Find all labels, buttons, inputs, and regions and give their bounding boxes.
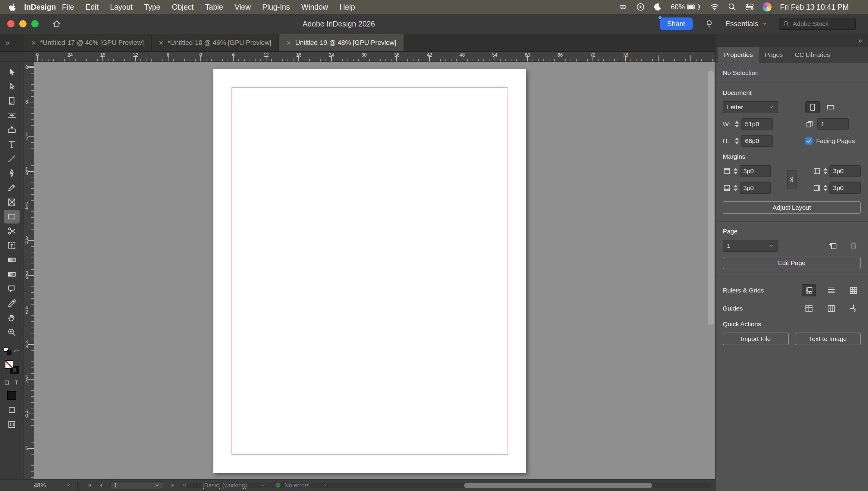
- screen-mode-button[interactable]: [7, 405, 16, 414]
- page-select[interactable]: 1: [723, 240, 778, 252]
- window-close-button[interactable]: [7, 20, 15, 27]
- gap-tool[interactable]: [4, 109, 20, 122]
- content-collector-tool[interactable]: [4, 123, 20, 137]
- orientation-portrait-button[interactable]: [805, 101, 820, 113]
- hand-tool[interactable]: [4, 311, 20, 325]
- import-file-button[interactable]: Import File: [723, 333, 789, 345]
- smart-guides-button[interactable]: [846, 302, 861, 315]
- margin-inside-field[interactable]: [830, 165, 861, 177]
- panel-tab-properties[interactable]: Properties: [718, 47, 759, 63]
- height-stepper[interactable]: [734, 138, 739, 144]
- free-transform-tool[interactable]: [4, 238, 20, 253]
- tab-close-icon[interactable]: ×: [286, 39, 291, 47]
- menu-item-type[interactable]: Type: [144, 3, 160, 11]
- home-icon[interactable]: [52, 19, 61, 29]
- creative-cloud-icon[interactable]: [618, 2, 627, 11]
- note-tool[interactable]: [4, 282, 20, 296]
- window-minimize-button[interactable]: [19, 20, 27, 27]
- gradient-feather-tool[interactable]: [4, 267, 20, 281]
- column-guides-button[interactable]: [824, 302, 838, 315]
- document-tab-1[interactable]: ×*Untitled-17 @ 40% [GPU Preview]: [24, 34, 151, 51]
- vertical-ruler[interactable]: 061218243036424854606: [24, 62, 34, 479]
- screen-play-icon[interactable]: [636, 2, 645, 11]
- control-center-icon[interactable]: [745, 2, 754, 11]
- show-guides-button[interactable]: [802, 302, 816, 315]
- margin-bottom-field[interactable]: [739, 182, 771, 194]
- menu-item-help[interactable]: Help: [340, 3, 355, 11]
- gradient-tool[interactable]: [4, 253, 20, 267]
- menu-item-view[interactable]: View: [234, 3, 251, 11]
- share-button[interactable]: Share: [660, 18, 693, 30]
- facing-pages-checkbox[interactable]: [805, 137, 813, 145]
- horizontal-ruler[interactable]: 0241812606121824303642485460667278: [34, 52, 715, 62]
- tab-overflow-chevrons[interactable]: »: [0, 34, 24, 51]
- zoom-tool[interactable]: [4, 325, 20, 339]
- page-count-field[interactable]: [817, 118, 849, 130]
- menu-item-file[interactable]: File: [62, 3, 74, 11]
- document-grid-button[interactable]: [846, 284, 861, 296]
- zoom-level-control[interactable]: 48%: [34, 482, 71, 489]
- margin-inside-stepper[interactable]: [823, 168, 828, 174]
- menu-item-table[interactable]: Table: [205, 3, 223, 11]
- preview-mode-button[interactable]: [7, 420, 16, 429]
- menu-item-object[interactable]: Object: [172, 3, 194, 11]
- spotlight-search-icon[interactable]: [728, 2, 736, 11]
- first-page-button[interactable]: [86, 482, 93, 489]
- edit-page-button[interactable]: Edit Page: [723, 257, 861, 269]
- menu-item-window[interactable]: Window: [301, 3, 328, 11]
- fill-swatch-none[interactable]: [5, 360, 13, 369]
- text-to-image-button[interactable]: Text to Image: [795, 333, 861, 345]
- previous-page-button[interactable]: [97, 482, 104, 489]
- height-field[interactable]: [741, 135, 773, 147]
- direct-selection-tool[interactable]: [4, 80, 20, 93]
- page-tool[interactable]: [4, 94, 20, 108]
- baseline-grid-button[interactable]: [824, 284, 838, 296]
- rectangle-tool[interactable]: [4, 210, 20, 224]
- tab-close-icon[interactable]: ×: [159, 39, 163, 47]
- adjust-layout-button[interactable]: Adjust Layout: [723, 201, 861, 214]
- margin-top-stepper[interactable]: [733, 168, 738, 174]
- menubar-clock[interactable]: Fri Feb 13 10:41 PM: [780, 3, 849, 11]
- width-field[interactable]: [741, 118, 773, 130]
- panel-collapse-chevrons[interactable]: »: [858, 36, 862, 45]
- document-page[interactable]: [214, 69, 526, 473]
- panel-tab-pages[interactable]: Pages: [759, 47, 789, 63]
- ruler-origin-corner[interactable]: [0, 52, 34, 62]
- page-size-select[interactable]: Letter: [723, 101, 778, 113]
- panel-tab-cc-libraries[interactable]: CC Libraries: [789, 47, 836, 63]
- margin-top-field[interactable]: [739, 165, 771, 177]
- document-tab-3[interactable]: ×Untitled-19 @ 48% [GPU Preview]: [279, 34, 404, 51]
- menu-item-edit[interactable]: Edit: [86, 3, 99, 11]
- margin-outside-stepper[interactable]: [823, 185, 828, 191]
- user-avatar[interactable]: [762, 2, 772, 11]
- apple-menu-icon[interactable]: [8, 3, 17, 11]
- apply-color-button[interactable]: [7, 391, 16, 400]
- pen-tool[interactable]: [4, 166, 20, 180]
- page-number-select[interactable]: 1: [110, 481, 163, 490]
- app-menu-name[interactable]: InDesign: [24, 3, 56, 11]
- window-zoom-button[interactable]: [31, 20, 38, 27]
- horizontal-scrollbar-thumb[interactable]: [464, 483, 652, 488]
- orientation-landscape-button[interactable]: [823, 101, 838, 113]
- pencil-tool[interactable]: [4, 181, 20, 195]
- margin-outside-field[interactable]: [830, 182, 861, 194]
- selection-tool[interactable]: [4, 65, 20, 79]
- frame-tool[interactable]: [4, 195, 20, 209]
- default-fill-stroke-button[interactable]: [4, 347, 11, 355]
- tab-close-icon[interactable]: ×: [31, 39, 36, 47]
- next-page-button[interactable]: [169, 482, 176, 489]
- width-stepper[interactable]: [734, 121, 739, 127]
- show-rulers-button[interactable]: [802, 284, 816, 296]
- vertical-scrollbar-thumb[interactable]: [708, 70, 714, 325]
- add-page-button[interactable]: [826, 240, 840, 252]
- type-tool[interactable]: [4, 137, 20, 151]
- workspace-switcher[interactable]: Essentials: [725, 20, 767, 28]
- eyedropper-tool[interactable]: [4, 296, 20, 310]
- focus-moon-icon[interactable]: [653, 2, 663, 11]
- line-tool[interactable]: [4, 152, 20, 166]
- menu-item-layout[interactable]: Layout: [110, 3, 133, 11]
- wifi-icon[interactable]: [710, 2, 719, 11]
- delete-page-button[interactable]: [846, 240, 861, 252]
- lightbulb-icon[interactable]: [704, 19, 714, 29]
- stock-search-input[interactable]: [793, 20, 852, 27]
